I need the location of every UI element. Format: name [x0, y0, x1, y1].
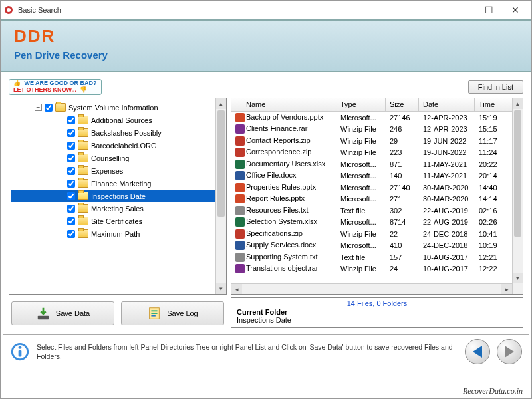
col-size[interactable]: Size [386, 98, 419, 111]
tree-checkbox[interactable] [67, 217, 75, 225]
tree-item[interactable]: Site Certificates [11, 215, 225, 227]
file-icon [235, 136, 245, 146]
file-count: 14 Files, 0 Folders [237, 299, 517, 307]
scroll-down-icon[interactable]: ▾ [513, 273, 523, 283]
list-row[interactable]: Supporting System.txtText file15710-AUG-… [231, 251, 523, 263]
tree-label: Inspections Date [91, 192, 146, 200]
titlebar: Basic Search — ☐ ✕ [1, 1, 531, 19]
tree-checkbox[interactable] [67, 116, 75, 124]
watermark: RecoverData.co.in [463, 386, 523, 396]
thumbs-down-icon: 👎 [80, 86, 87, 93]
list-row[interactable]: Clients Finance.rarWinzip File24612-APR-… [231, 124, 523, 136]
list-row[interactable]: Correspondence.zipWinzip File22319-JUN-2… [231, 147, 523, 159]
scroll-up-icon[interactable]: ▴ [216, 98, 226, 109]
tree-checkbox[interactable] [67, 205, 75, 213]
list-row[interactable]: Backup of Vendors.pptxMicrosoft...271461… [231, 112, 523, 124]
tree-label: Maximum Path [91, 230, 140, 238]
tree-item[interactable]: Finance Marketing [11, 177, 225, 190]
save-data-button[interactable]: Save Data [11, 301, 114, 325]
list-row[interactable]: Resources Files.txtText file30222-AUG-20… [231, 205, 523, 217]
folder-icon [78, 217, 88, 225]
feedback-link[interactable]: 👍 WE ARE GOOD OR BAD? LET OTHERS KNOW...… [9, 79, 102, 95]
tree-item[interactable]: Expenses [11, 164, 225, 177]
list-row[interactable]: Translations object.rarWinzip File2410-A… [231, 263, 523, 275]
folder-icon [78, 229, 88, 238]
list-row[interactable]: Supply Services.docxMicrosoft...41024-DE… [231, 240, 523, 252]
svg-rect-2 [38, 316, 49, 320]
file-icon [235, 148, 245, 157]
svg-point-9 [19, 346, 22, 349]
tree-checkbox[interactable] [67, 129, 75, 137]
list-row[interactable]: Specifications.zipWinzip File2224-DEC-20… [231, 228, 523, 240]
svg-point-1 [7, 8, 11, 12]
tree-label: Counselling [91, 154, 129, 162]
find-in-list-button[interactable]: Find in List [468, 80, 523, 94]
scroll-left-icon[interactable]: ◂ [231, 284, 242, 294]
list-header: Name Type Size Date Time [231, 98, 523, 112]
folder-tree[interactable]: System Volume InformationAdditional Sour… [9, 98, 227, 295]
tree-label: Barcodelabeld.ORG [91, 142, 156, 150]
tree-checkbox[interactable] [67, 230, 75, 238]
current-folder-value: Inspections Date [237, 316, 517, 324]
scroll-thumb[interactable] [217, 110, 225, 217]
list-row[interactable]: Contact Reports.zipWinzip File2919-JUN-2… [231, 135, 523, 147]
col-name[interactable]: Name [231, 98, 336, 111]
tree-label: Finance Marketing [91, 180, 152, 188]
list-row[interactable]: Documentary Users.xlsxMicrosoft...87111-… [231, 158, 523, 170]
collapse-icon[interactable] [35, 104, 42, 111]
tree-checkbox[interactable] [67, 142, 75, 150]
close-button[interactable]: ✕ [502, 1, 529, 19]
scroll-right-icon[interactable]: ▸ [501, 284, 512, 294]
tree-root[interactable]: System Volume Information [11, 101, 225, 114]
folder-icon [78, 116, 88, 124]
tree-item[interactable]: Counselling [11, 152, 225, 164]
tree-item[interactable]: Maximum Path [11, 227, 225, 240]
banner-subtitle: Pen Drive Recovery [14, 49, 518, 61]
tree-item[interactable]: Backslashes Possibly [11, 126, 225, 139]
col-type[interactable]: Type [336, 98, 386, 111]
col-time[interactable]: Time [475, 98, 505, 111]
tree-label: Marketing Sales [91, 205, 144, 213]
maximize-button[interactable]: ☐ [475, 1, 502, 19]
tree-checkbox[interactable] [67, 192, 75, 200]
tree-scrollbar[interactable]: ▴ ▾ [215, 98, 226, 294]
app-icon [3, 5, 14, 15]
back-button[interactable] [465, 339, 490, 364]
scroll-up-icon[interactable]: ▴ [513, 98, 523, 109]
list-row[interactable]: Report Rules.pptxMicrosoft...27130-MAR-2… [231, 194, 523, 205]
forward-button[interactable] [497, 339, 522, 364]
scroll-down-icon[interactable]: ▾ [216, 283, 226, 294]
save-data-icon [36, 306, 51, 321]
tree-item[interactable]: Inspections Date [11, 190, 225, 202]
folder-icon [78, 204, 88, 213]
tree-checkbox[interactable] [67, 154, 75, 162]
tree-label: System Volume Information [68, 104, 158, 112]
file-icon [235, 194, 245, 203]
thumbs-up-icon: 👍 [13, 80, 21, 86]
file-icon [235, 160, 245, 169]
tree-checkbox[interactable] [67, 167, 75, 175]
tree-item[interactable]: Marketing Sales [11, 202, 225, 215]
tree-checkbox[interactable] [67, 180, 75, 188]
minimize-button[interactable]: — [449, 1, 475, 19]
list-row[interactable]: Office File.docxMicrosoft...14011-MAY-20… [231, 170, 523, 182]
file-icon [235, 253, 245, 262]
file-list[interactable]: Name Type Size Date Time Backup of Vendo… [231, 98, 523, 295]
tree-item[interactable]: Barcodelabeld.ORG [11, 139, 225, 152]
list-hscrollbar[interactable]: ◂ ▸ [231, 283, 512, 294]
col-date[interactable]: Date [419, 98, 475, 111]
file-icon [235, 183, 245, 192]
current-folder-label: Current Folder [237, 308, 517, 316]
list-vscrollbar[interactable]: ▴ ▾ [512, 98, 523, 294]
tree-item[interactable]: Additional Sources [11, 114, 225, 126]
scroll-thumb[interactable] [514, 110, 521, 237]
tree-label: Site Certificates [91, 217, 142, 225]
file-icon [235, 171, 245, 180]
save-log-button[interactable]: Save Log [121, 301, 224, 325]
file-icon [235, 229, 245, 239]
list-row[interactable]: Properties Rules.pptxMicrosoft...2714030… [231, 182, 523, 194]
hint-text: Select Files and Folders from left Panel… [37, 342, 458, 361]
window-title: Basic Search [18, 6, 449, 14]
tree-checkbox[interactable] [45, 104, 53, 112]
list-row[interactable]: Selection System.xlsxMicrosoft...871422-… [231, 217, 523, 229]
